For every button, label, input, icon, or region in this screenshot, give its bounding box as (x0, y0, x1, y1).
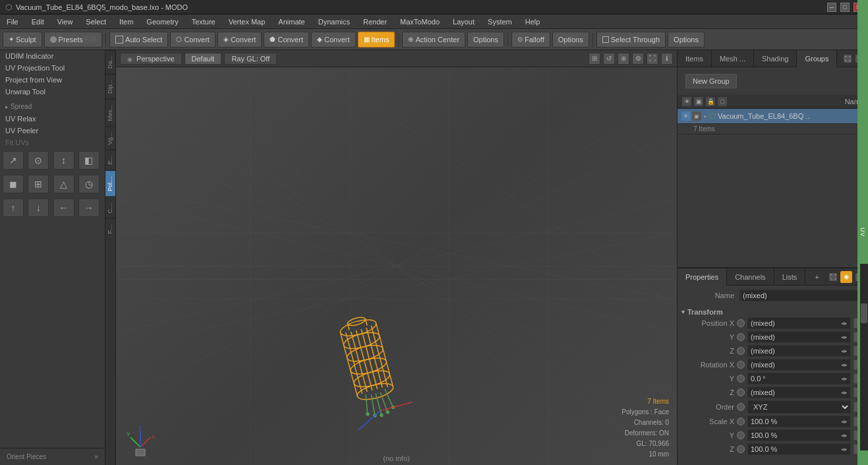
rot-z-value[interactable]: (mixed) ◂▸ (747, 387, 851, 398)
prop-expand-icon[interactable]: ⛶ (828, 272, 838, 282)
action-center-button[interactable]: ⊕ Action Center (402, 32, 465, 47)
prop-tab-properties[interactable]: Properties (678, 268, 727, 286)
uv-peeler-item[interactable]: UV Peeler (0, 125, 105, 137)
menu-item-vertex map[interactable]: Vertex Map (222, 15, 272, 29)
rot-y-circle[interactable] (737, 375, 745, 383)
items-button[interactable]: ▦ Items (358, 32, 395, 47)
scale-y-value[interactable]: 100.0 % ◂▸ (747, 429, 851, 441)
auto-select-button[interactable]: Auto Select (109, 32, 168, 47)
convert-button-1[interactable]: ⬡ Convert (170, 32, 216, 47)
menu-item-edit[interactable]: Edit (25, 15, 51, 29)
side-tab-e[interactable]: E... (105, 150, 115, 170)
minimize-button[interactable]: ─ (827, 3, 836, 12)
uv-projection-tool-item[interactable]: UV Projection Tool (0, 62, 105, 74)
pos-y-circle[interactable] (737, 333, 745, 341)
prop-tab-lists[interactable]: Lists (774, 268, 806, 286)
side-tab-c[interactable]: C.... (105, 197, 115, 219)
menu-item-geometry[interactable]: Geometry (140, 15, 185, 29)
scale-z-arrow[interactable]: ◂▸ (841, 446, 848, 452)
convert-button-2[interactable]: ◈ Convert (217, 32, 262, 47)
gh-eye-icon[interactable]: 👁 (681, 96, 692, 107)
tab-mesh[interactable]: Mesh ... (712, 50, 754, 67)
tool-grid-btn-6[interactable]: ⊞ (28, 175, 49, 193)
rot-x-value[interactable]: (mixed) ◂▸ (747, 359, 851, 371)
pos-x-value[interactable]: (mixed) ◂▸ (747, 317, 851, 329)
falloff-button[interactable]: ⊙ Falloff (511, 32, 550, 47)
tool-grid-btn-7[interactable]: △ (53, 175, 74, 193)
gr-eye-icon[interactable]: 👁 (681, 111, 691, 121)
menu-item-item[interactable]: Item (113, 15, 140, 29)
scale-z-circle[interactable] (737, 445, 745, 453)
orient-pieces-item[interactable]: Orient Pieces » (3, 451, 102, 462)
pos-x-arrow[interactable]: ◂▸ (841, 320, 848, 326)
unwrap-tool-item[interactable]: Unwrap Tool (0, 86, 105, 98)
spread-section[interactable]: Spread (0, 100, 105, 113)
tool-grid-btn-3[interactable]: ↕ (53, 151, 74, 170)
menu-item-select[interactable]: Select (79, 15, 113, 29)
tab-groups[interactable]: Groups (797, 50, 837, 67)
menu-item-layout[interactable]: Layout (446, 15, 481, 29)
name-field-value[interactable]: (mixed) (739, 290, 864, 301)
scale-y-arrow[interactable]: ◂▸ (841, 432, 848, 439)
prop-tab-channels[interactable]: Channels (727, 268, 774, 286)
presets-button[interactable]: Presets F16 (44, 32, 103, 47)
menu-item-system[interactable]: System (481, 15, 519, 29)
menu-item-file[interactable]: File (0, 15, 25, 29)
tab-shading[interactable]: Shading (754, 50, 797, 67)
tool-grid-btn-4[interactable]: ◧ (78, 151, 100, 170)
menu-item-maxtomodo[interactable]: MaxToModo (393, 15, 446, 29)
side-tab-pol[interactable]: Pol.... (105, 170, 115, 197)
gh-render-icon[interactable]: ▣ (693, 96, 704, 107)
side-tab-f[interactable]: F.... (105, 218, 115, 239)
tool-grid-btn-8[interactable]: ◷ (78, 175, 100, 193)
side-tab-dip[interactable]: Dip... (105, 74, 115, 99)
side-tab-da[interactable]: Da... (105, 50, 115, 74)
default-tab[interactable]: Default (185, 53, 222, 65)
menu-item-help[interactable]: Help (519, 15, 547, 29)
scale-z-value[interactable]: 100.0 % ◂▸ (747, 443, 851, 455)
scale-x-circle[interactable] (737, 418, 745, 425)
select-through-button[interactable]: Select Through (596, 32, 666, 47)
order-dropdown[interactable]: XYZ (747, 400, 851, 414)
side-tab-vg[interactable]: Vg... (105, 127, 115, 150)
pos-y-value[interactable]: (mixed) ◂▸ (747, 331, 851, 343)
prop-accent-button[interactable]: ◈ (840, 271, 852, 283)
rot-z-circle[interactable] (737, 388, 745, 396)
ray-gl-tab[interactable]: Ray GL: Off (224, 53, 277, 65)
menu-item-dynamics[interactable]: Dynamics (312, 15, 357, 29)
expand-icon[interactable]: » (94, 453, 98, 460)
pos-z-value[interactable]: (mixed) ◂▸ (747, 345, 851, 357)
menu-item-animate[interactable]: Animate (272, 15, 311, 29)
uv-relax-item[interactable]: UV Relax (0, 113, 105, 125)
viewport-icon-info[interactable]: ℹ (661, 53, 673, 65)
maximize-button[interactable]: □ (840, 3, 850, 12)
menu-item-texture[interactable]: Texture (185, 15, 222, 29)
tool-grid-arrow-up[interactable]: ↑ (3, 199, 24, 217)
viewport-icon-expand[interactable]: ⛶ (647, 53, 658, 65)
convert-button-3[interactable]: ⬟ Convert (264, 32, 309, 47)
viewport-icon-grid[interactable]: ⊞ (589, 53, 600, 65)
menu-item-view[interactable]: View (51, 15, 80, 29)
panel-expand-icon[interactable]: ⛶ (843, 54, 852, 63)
rot-x-arrow[interactable]: ◂▸ (841, 361, 848, 368)
gr-render-icon[interactable]: ▣ (692, 111, 701, 121)
scale-y-circle[interactable] (737, 431, 745, 439)
rot-y-value[interactable]: 0.0 ° ◂▸ (747, 373, 851, 385)
side-tab-mes[interactable]: Mes... (105, 99, 115, 127)
prop-tab-plus[interactable]: + (810, 268, 825, 286)
right-scroll-thumb[interactable] (861, 303, 867, 323)
perspective-tab[interactable]: ◉ Perspective (120, 53, 182, 65)
options-button-3[interactable]: Options (668, 32, 705, 47)
pos-z-arrow[interactable]: ◂▸ (841, 348, 848, 354)
viewport-icon-rotate[interactable]: ↺ (603, 53, 615, 65)
rot-x-circle[interactable] (737, 361, 745, 369)
scale-x-arrow[interactable]: ◂▸ (841, 418, 848, 425)
tool-grid-btn-1[interactable]: ↗ (3, 151, 24, 170)
pos-y-arrow[interactable]: ◂▸ (841, 334, 848, 340)
convert-button-4[interactable]: ◆ Convert (311, 32, 356, 47)
project-from-view-item[interactable]: Project from View (0, 74, 105, 86)
order-circle[interactable] (737, 403, 745, 411)
options-button-1[interactable]: Options (467, 32, 504, 47)
rot-y-arrow[interactable]: ◂▸ (841, 375, 848, 382)
viewport-icon-zoom[interactable]: ⊕ (618, 53, 629, 65)
